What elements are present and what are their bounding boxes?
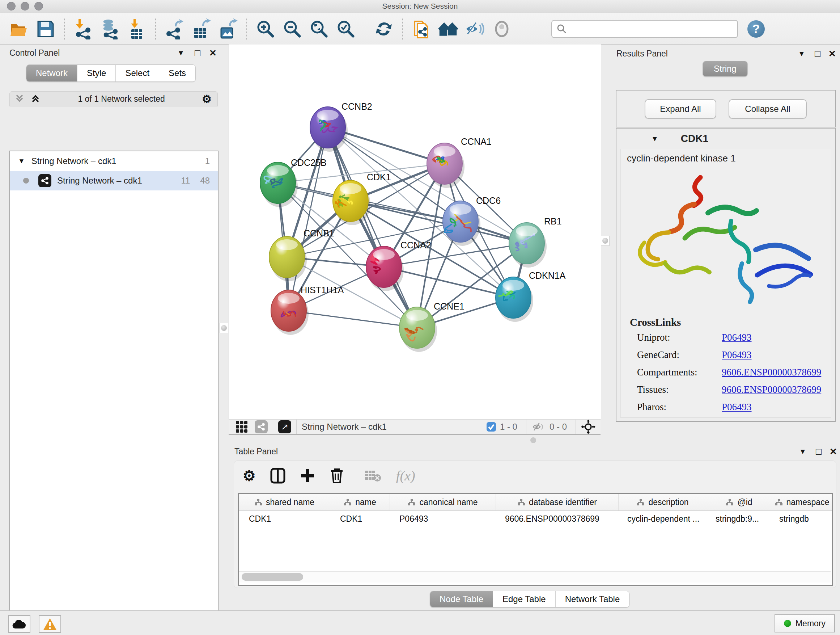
right-splitter-handle[interactable]	[601, 236, 609, 246]
column-header--id[interactable]: @id	[707, 494, 771, 510]
fit-content-crosshair-icon[interactable]	[581, 420, 595, 434]
warnings-button[interactable]	[39, 615, 61, 633]
tree-expander-icon[interactable]: ▼	[18, 157, 25, 165]
network-node[interactable]: CCNE1	[399, 301, 464, 352]
add-column-plus-icon[interactable]	[300, 468, 315, 484]
zoom-fit-button[interactable]	[309, 18, 329, 40]
import-table-button[interactable]	[126, 18, 147, 40]
network-node[interactable]: HIST1H1A	[271, 285, 344, 335]
column-header-canonical-name[interactable]: canonical name	[390, 494, 496, 510]
tab-sets[interactable]: Sets	[159, 65, 195, 81]
column-type-icon	[344, 499, 352, 506]
collapse-all-button[interactable]: Collapse All	[729, 99, 807, 119]
import-network-from-database-button[interactable]	[100, 18, 120, 40]
tab-string[interactable]: String	[703, 61, 747, 76]
network-node[interactable]: CDC6	[443, 195, 501, 246]
table-cell[interactable]: CDK1	[330, 511, 389, 527]
horizontal-splitter-handle[interactable]	[531, 437, 536, 443]
column-header-database-identifier[interactable]: database identifier	[496, 494, 619, 510]
export-table-button[interactable]	[191, 18, 211, 40]
table-row[interactable]: CDK1CDK1P064939606.ENSP00000378699cyclin…	[239, 511, 832, 527]
open-session-button[interactable]	[9, 18, 29, 40]
cloud-services-button[interactable]	[8, 615, 30, 633]
network-tree-root-row[interactable]: ▼ String Network – cdk1 1	[10, 151, 218, 171]
network-node[interactable]: CDKN1A	[496, 271, 566, 322]
panel-float-icon[interactable]: □	[815, 48, 821, 59]
panel-close-icon[interactable]: ✕	[209, 48, 217, 58]
tab-network[interactable]: Network	[27, 65, 77, 81]
string-network-graph[interactable]: CCNB2CCNA1CDC25BCDK1CDC6RB1CCNB1CCNA2CDK…	[229, 44, 601, 419]
collapse-all-networks-icon[interactable]	[30, 94, 41, 104]
network-options-gear-icon[interactable]: ⚙	[202, 93, 212, 105]
show-columns-icon[interactable]	[270, 468, 286, 484]
birds-eye-view-icon[interactable]: ↗	[278, 420, 291, 433]
network-node[interactable]: CCNB2	[310, 101, 372, 152]
network-node[interactable]: CCNA1	[427, 136, 492, 188]
table-horizontal-scrollbar[interactable]	[239, 571, 831, 583]
table-cell[interactable]: CDK1	[239, 511, 330, 527]
column-header-shared-name[interactable]: shared name	[239, 494, 330, 510]
string-home-button[interactable]	[438, 18, 458, 40]
expand-all-networks-icon[interactable]	[14, 94, 25, 104]
scrollbar-thumb[interactable]	[242, 573, 303, 581]
panel-menu-icon[interactable]: ▼	[177, 49, 185, 57]
import-network-button[interactable]	[73, 18, 93, 40]
table-cell[interactable]: P06493	[389, 511, 495, 527]
panel-menu-icon[interactable]: ▼	[799, 448, 806, 456]
selected-checkbox-icon[interactable]	[486, 422, 496, 432]
tab-node-table[interactable]: Node Table	[430, 591, 493, 607]
table-settings-gear-icon[interactable]: ⚙	[243, 467, 256, 484]
tab-style[interactable]: Style	[77, 65, 115, 81]
crosslink-link[interactable]: P06493	[722, 402, 752, 413]
network-share-view-icon[interactable]	[255, 420, 268, 433]
refresh-icon	[374, 19, 393, 38]
delete-trash-icon[interactable]	[330, 467, 344, 484]
show-graphics-details-button[interactable]	[492, 18, 512, 40]
panel-menu-icon[interactable]: ▼	[798, 50, 805, 58]
zoom-out-button[interactable]	[282, 18, 302, 40]
network-canvas[interactable]: CCNB2CCNA1CDC25BCDK1CDC6RB1CCNB1CCNA2CDK…	[229, 44, 601, 419]
network-node[interactable]: CCNB1	[269, 228, 334, 281]
network-tree-child-row[interactable]: String Network – cdk1 11 48	[10, 171, 218, 190]
tab-edge-table[interactable]: Edge Table	[493, 591, 555, 607]
export-image-button[interactable]	[218, 18, 238, 40]
left-splitter-handle[interactable]	[219, 323, 228, 333]
network-edge[interactable]	[328, 127, 417, 328]
table-cell[interactable]: cyclin-dependent ...	[617, 511, 706, 527]
column-header-namespace[interactable]: namespace	[771, 494, 833, 510]
table-cell[interactable]: stringdb:9...	[706, 511, 769, 527]
column-header-name[interactable]: name	[330, 494, 390, 510]
crosslink-link[interactable]: P06493	[722, 332, 752, 343]
network-node[interactable]: RB1	[509, 216, 562, 268]
table-cell[interactable]: 9606.ENSP00000378699	[495, 511, 617, 527]
crosslink-link[interactable]: 9606.ENSP00000378699	[722, 367, 821, 378]
section-expander-icon[interactable]: ▼	[651, 135, 658, 143]
expand-all-button[interactable]: Expand All	[645, 99, 716, 119]
tab-select[interactable]: Select	[115, 65, 159, 81]
network-node[interactable]: CDK1	[333, 172, 391, 225]
save-session-button[interactable]	[35, 18, 56, 40]
column-header-description[interactable]: description	[619, 494, 707, 510]
panel-float-icon[interactable]: □	[816, 446, 821, 457]
network-edge[interactable]	[289, 127, 328, 310]
export-network-button[interactable]	[164, 18, 185, 40]
table-cell[interactable]: stringdb	[769, 511, 831, 527]
panel-close-icon[interactable]: ✕	[829, 447, 837, 457]
apply-layout-button[interactable]	[374, 18, 394, 40]
panel-float-icon[interactable]: □	[195, 48, 201, 59]
crosslink-link[interactable]: P06493	[722, 349, 752, 361]
hide-glyphs-button[interactable]	[465, 18, 485, 40]
crosslink-link[interactable]: 9606.ENSP00000378699	[722, 384, 821, 395]
search-input[interactable]	[567, 24, 724, 34]
gene-section-header[interactable]: ▼ CDK1	[616, 128, 835, 149]
zoom-in-button[interactable]	[256, 18, 276, 40]
tab-network-table[interactable]: Network Table	[555, 591, 630, 607]
help-button[interactable]: ?	[747, 20, 765, 38]
clone-network-button[interactable]	[411, 18, 431, 40]
column-header-label: description	[648, 497, 688, 507]
memory-button[interactable]: Memory	[775, 614, 835, 632]
node-label: CCNB2	[341, 101, 372, 111]
grid-view-icon[interactable]	[234, 420, 249, 434]
panel-close-icon[interactable]: ✕	[829, 49, 836, 59]
zoom-selected-button[interactable]	[336, 18, 356, 40]
